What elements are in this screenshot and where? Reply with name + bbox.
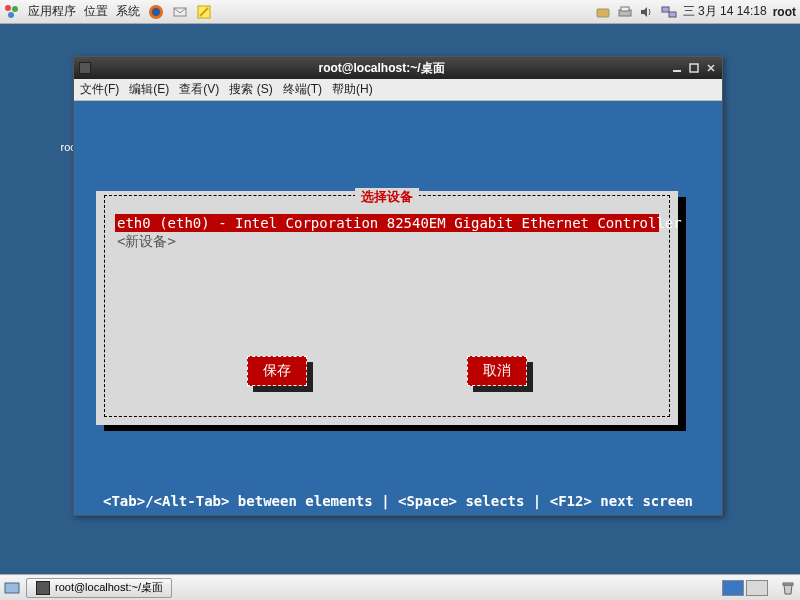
- svg-point-4: [152, 8, 160, 16]
- tui-dialog-border: 选择设备 eth0 (eth0) - Intel Corporation 825…: [104, 195, 670, 417]
- menu-system[interactable]: 系统: [116, 3, 140, 20]
- tui-dialog: 选择设备 eth0 (eth0) - Intel Corporation 825…: [96, 191, 678, 425]
- menu-edit[interactable]: 编辑(E): [129, 81, 169, 98]
- menu-search[interactable]: 搜索 (S): [229, 81, 272, 98]
- svg-rect-16: [5, 583, 19, 593]
- menu-terminal[interactable]: 终端(T): [283, 81, 322, 98]
- menu-view[interactable]: 查看(V): [179, 81, 219, 98]
- workspace-2[interactable]: [746, 580, 768, 596]
- terminal-menubar: 文件(F) 编辑(E) 查看(V) 搜索 (S) 终端(T) 帮助(H): [74, 79, 722, 101]
- taskbar-item-label: root@localhost:~/桌面: [55, 580, 163, 595]
- workspace-switcher[interactable]: [722, 580, 768, 596]
- menu-places[interactable]: 位置: [84, 3, 108, 20]
- tui-button-row: 保存 取消: [105, 356, 669, 386]
- terminal-app-icon: [78, 61, 92, 75]
- gnome-top-panel: 应用程序 位置 系统 三 3月 14 14:18 root: [0, 0, 800, 24]
- tui-dialog-title: 选择设备: [355, 188, 419, 206]
- menu-help[interactable]: 帮助(H): [332, 81, 373, 98]
- minimize-button[interactable]: [670, 61, 684, 75]
- save-button[interactable]: 保存: [247, 356, 307, 386]
- svg-rect-15: [690, 64, 698, 72]
- network-icon[interactable]: [661, 4, 677, 20]
- menu-applications[interactable]: 应用程序: [28, 3, 76, 20]
- show-desktop-icon[interactable]: [4, 580, 20, 596]
- svg-point-1: [12, 6, 18, 12]
- svg-rect-14: [673, 70, 681, 72]
- terminal-body: 选择设备 eth0 (eth0) - Intel Corporation 825…: [74, 101, 722, 515]
- tui-hint-line: <Tab>/<Alt-Tab> between elements | <Spac…: [74, 493, 722, 509]
- svg-rect-10: [662, 7, 669, 12]
- distro-icon: [4, 4, 20, 20]
- update-icon[interactable]: [595, 4, 611, 20]
- maximize-button[interactable]: [687, 61, 701, 75]
- svg-rect-11: [669, 12, 676, 17]
- device-item-eth0[interactable]: eth0 (eth0) - Intel Corporation 82540EM …: [115, 214, 659, 232]
- terminal-task-icon: [35, 580, 51, 596]
- gnome-bottom-panel: root@localhost:~/桌面: [0, 574, 800, 600]
- device-item-new[interactable]: <新设备>: [115, 232, 659, 250]
- svg-rect-18: [37, 582, 49, 594]
- svg-rect-13: [80, 63, 90, 73]
- trash-icon[interactable]: [780, 580, 796, 596]
- note-icon[interactable]: [196, 4, 212, 20]
- svg-rect-9: [621, 7, 629, 11]
- cancel-button[interactable]: 取消: [467, 356, 527, 386]
- user-menu[interactable]: root: [773, 5, 796, 19]
- printer-icon[interactable]: [617, 4, 633, 20]
- taskbar-item-terminal[interactable]: root@localhost:~/桌面: [26, 578, 172, 598]
- svg-point-0: [5, 5, 11, 11]
- window-title: root@localhost:~/桌面: [96, 60, 667, 77]
- window-titlebar[interactable]: root@localhost:~/桌面: [74, 57, 722, 79]
- clock[interactable]: 三 3月 14 14:18: [683, 3, 767, 20]
- close-button[interactable]: [704, 61, 718, 75]
- svg-rect-7: [597, 9, 609, 17]
- terminal-window: root@localhost:~/桌面 文件(F) 编辑(E) 查看(V) 搜索…: [73, 56, 723, 516]
- firefox-icon[interactable]: [148, 4, 164, 20]
- svg-rect-19: [783, 583, 793, 585]
- workspace-1[interactable]: [722, 580, 744, 596]
- svg-point-2: [8, 12, 14, 18]
- volume-icon[interactable]: [639, 4, 655, 20]
- menu-file[interactable]: 文件(F): [80, 81, 119, 98]
- mail-icon[interactable]: [172, 4, 188, 20]
